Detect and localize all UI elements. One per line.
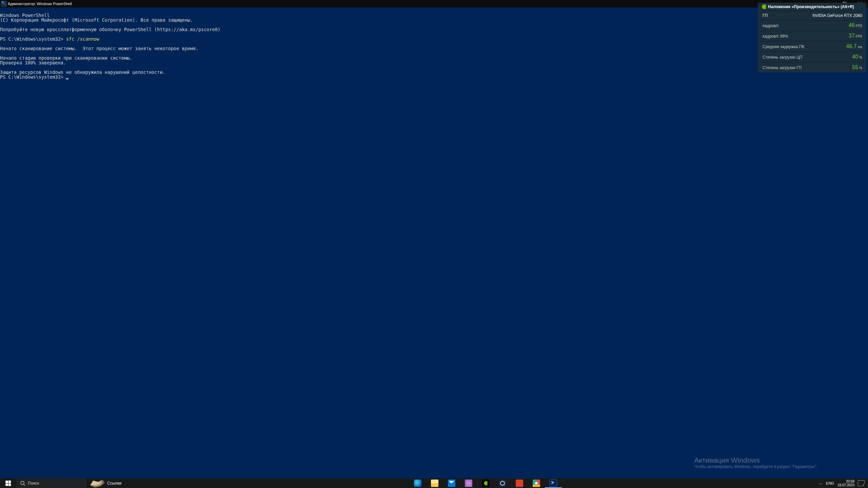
gpu-label: ГП: [763, 13, 768, 18]
overlay-header: Наложение «Производительность» (Alt+R): [758, 3, 866, 11]
scan-complete-line: Проверка 100% завершена.: [0, 60, 66, 65]
scan-started-line: Начато сканирование системы. Этот процес…: [0, 46, 198, 51]
powershell-icon: [1, 1, 6, 6]
nvidia-performance-overlay: Наложение «Производительность» (Alt+R) Г…: [758, 3, 866, 73]
taskbar-mail[interactable]: [443, 479, 460, 488]
activation-watermark: Активация Windows Чтобы активировать Win…: [694, 456, 817, 469]
mail-icon: [448, 480, 455, 487]
svg-line-5: [24, 484, 25, 486]
overlay-metric-cpu: Степень загрузки ЦП 40%: [758, 52, 866, 62]
taskbar-edge[interactable]: [409, 479, 426, 488]
overlay-metric-fps99: кадров/с 99% 37FPS: [758, 30, 866, 41]
watermark-heading: Активация Windows: [694, 456, 817, 464]
windows-logo-icon: [5, 481, 11, 486]
eagle-icon: [90, 479, 105, 488]
ps-prompt: PS C:\Windows\system32>: [0, 74, 63, 80]
taskbar-nvidia[interactable]: [477, 479, 494, 488]
taskbar-powershell[interactable]: [545, 479, 562, 488]
taskbar-chrome[interactable]: [528, 479, 545, 488]
window-title: Администратор: Windows PowerShell: [8, 2, 72, 6]
file-explorer-icon: [431, 480, 438, 487]
taskbar-clock[interactable]: 20:58 18.07.2023: [837, 480, 854, 487]
search-placeholder: Поиск: [28, 481, 39, 486]
overlay-gpu-row: ГП NVIDIA GeForce RTX 2060: [758, 11, 866, 20]
nvidia-logo-icon: [761, 4, 766, 9]
terminal-output[interactable]: Windows PowerShell (C) Корпорация Майкро…: [0, 7, 868, 479]
purple-app-icon: [465, 480, 472, 487]
terminal-cursor: [66, 78, 68, 79]
ps-copyright-line: (C) Корпорация Майкрософт (Microsoft Cor…: [0, 17, 193, 23]
tray-expand-icon[interactable]: ︿: [819, 482, 823, 485]
taskbar-explorer[interactable]: [426, 479, 443, 488]
search-icon: [20, 481, 25, 486]
powershell-taskbar-icon: [550, 480, 557, 487]
start-button[interactable]: [0, 479, 16, 488]
taskbar: Поиск Ссылки ︿ ENG 20:58 18.07.2023: [0, 479, 868, 488]
overlay-title: Наложение «Производительность» (Alt+R): [768, 4, 854, 9]
ps-tip-line: Попробуйте новую кроссплатформенную обол…: [0, 27, 220, 32]
links-label: Ссылки: [107, 481, 121, 486]
taskbar-app-purple[interactable]: [460, 479, 477, 488]
nvidia-icon: [482, 480, 489, 487]
taskbar-steam[interactable]: [494, 479, 511, 488]
sfc-command: sfc /scannow: [66, 36, 99, 42]
overlay-metric-fps: кадров/с 46FPS: [758, 20, 866, 30]
system-tray: ︿ ENG 20:58 18.07.2023: [815, 479, 868, 488]
action-center-icon[interactable]: [858, 480, 865, 486]
input-language[interactable]: ENG: [826, 481, 834, 485]
svg-point-4: [21, 481, 24, 485]
overlay-metric-gpu: Степень загрузки ГП 55%: [758, 62, 866, 73]
clock-date: 18.07.2023: [837, 483, 854, 487]
taskbar-links-pin[interactable]: Ссылки: [87, 479, 155, 488]
clock-time: 20:58: [837, 480, 854, 483]
taskbar-search[interactable]: Поиск: [16, 479, 87, 488]
taskbar-red-app[interactable]: [511, 479, 528, 488]
window-titlebar: Администратор: Windows PowerShell: [0, 0, 868, 7]
ps-prompt: PS C:\Windows\system32>: [0, 36, 63, 42]
chrome-icon: [533, 480, 540, 487]
overlay-metric-latency: Средняя задержка ПК 46.7ms: [758, 41, 866, 52]
gpu-name: NVIDIA GeForce RTX 2060: [812, 13, 862, 18]
watermark-subtext: Чтобы активировать Windows, перейдите в …: [694, 464, 817, 469]
steam-icon: [499, 480, 506, 487]
edge-icon: [414, 480, 421, 487]
red-app-icon: [516, 480, 523, 487]
taskbar-apps: [155, 479, 815, 488]
